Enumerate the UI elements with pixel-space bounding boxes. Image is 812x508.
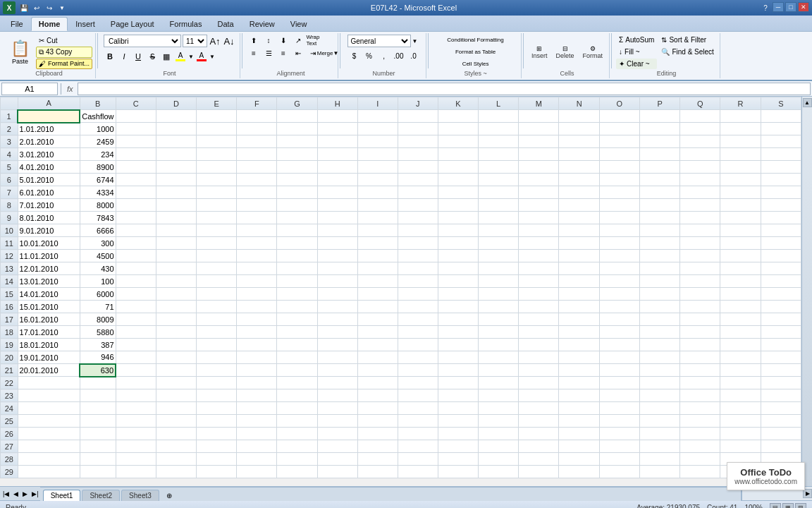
cell-18-17[interactable] (720, 326, 761, 339)
cell-23-14[interactable] (599, 389, 639, 402)
col-header-a[interactable]: A (18, 97, 80, 110)
row-header[interactable]: 24 (1, 402, 18, 415)
cell-5-8[interactable] (357, 161, 398, 174)
cell-4-a[interactable]: 3.01.2010 (18, 148, 80, 161)
cell-21-10[interactable] (438, 364, 478, 377)
cell-25-14[interactable] (599, 415, 639, 428)
cell-5-5[interactable] (237, 161, 277, 174)
cell-15-b[interactable]: 6000 (80, 288, 116, 301)
cell-9-9[interactable] (398, 212, 438, 224)
cell-1-14[interactable] (599, 110, 639, 123)
cell-14-2[interactable] (116, 275, 156, 288)
cell-16-5[interactable] (237, 301, 277, 313)
cell-21-12[interactable] (519, 364, 559, 377)
cell-20-8[interactable] (357, 351, 398, 364)
cell-14-8[interactable] (357, 275, 398, 288)
fill-color-dropdown[interactable]: ▼ (188, 54, 194, 60)
cell-27-14[interactable] (599, 440, 639, 453)
cell-8-4[interactable] (197, 199, 237, 212)
cell-9-a[interactable]: 8.01.2010 (18, 212, 80, 224)
cell-19-6[interactable] (277, 339, 317, 351)
cell-22-1[interactable] (80, 377, 116, 389)
cell-15-18[interactable] (761, 288, 801, 301)
cell-4-2[interactable] (116, 148, 156, 161)
cell-8-17[interactable] (720, 199, 761, 212)
cell-27-7[interactable] (317, 440, 357, 453)
cell-12-15[interactable] (639, 250, 679, 262)
cell-2-10[interactable] (438, 123, 478, 135)
cell-15-17[interactable] (720, 288, 761, 301)
font-color-button[interactable]: A (195, 50, 208, 63)
row-header[interactable]: 26 (1, 428, 18, 440)
col-header-l[interactable]: L (479, 97, 519, 110)
cell-15-12[interactable] (519, 288, 559, 301)
cell-27-18[interactable] (761, 440, 801, 453)
cell-17-13[interactable] (559, 313, 599, 326)
cell-26-10[interactable] (438, 428, 478, 440)
cell-2-11[interactable] (479, 123, 519, 135)
cell-6-5[interactable] (237, 174, 277, 186)
cell-10-18[interactable] (761, 224, 801, 237)
cell-2-17[interactable] (720, 123, 761, 135)
cell-3-2[interactable] (116, 135, 156, 148)
save-button[interactable]: 💾 (18, 2, 30, 13)
cell-11-8[interactable] (357, 237, 398, 250)
cell-10-9[interactable] (398, 224, 438, 237)
cell-18-5[interactable] (237, 326, 277, 339)
cell-20-a[interactable]: 19.01.2010 (18, 351, 80, 364)
cell-28-8[interactable] (357, 453, 398, 466)
cell-27-2[interactable] (116, 440, 156, 453)
cell-1-5[interactable] (237, 110, 277, 123)
cell-10-6[interactable] (277, 224, 317, 237)
row-header[interactable]: 2 (1, 123, 18, 135)
cell-15-4[interactable] (197, 288, 237, 301)
col-header-j[interactable]: J (398, 97, 438, 110)
cell-17-12[interactable] (519, 313, 559, 326)
cell-27-10[interactable] (438, 440, 478, 453)
cell-5-15[interactable] (639, 161, 679, 174)
cell-25-7[interactable] (317, 415, 357, 428)
cell-3-4[interactable] (197, 135, 237, 148)
cell-24-11[interactable] (479, 402, 519, 415)
cell-18-7[interactable] (317, 326, 357, 339)
cell-14-5[interactable] (237, 275, 277, 288)
cell-22-13[interactable] (559, 377, 599, 389)
cell-8-14[interactable] (599, 199, 639, 212)
cell-10-10[interactable] (438, 224, 478, 237)
cell-12-10[interactable] (438, 250, 478, 262)
cell-27-4[interactable] (197, 440, 237, 453)
cell-15-14[interactable] (599, 288, 639, 301)
cell-26-8[interactable] (357, 428, 398, 440)
sheet-first-button[interactable]: |◀ (1, 490, 11, 497)
cell-12-8[interactable] (357, 250, 398, 262)
cell-8-18[interactable] (761, 199, 801, 212)
cell-20-5[interactable] (237, 351, 277, 364)
cell-15-16[interactable] (680, 288, 720, 301)
cell-21-3[interactable] (156, 364, 196, 377)
cell-24-4[interactable] (197, 402, 237, 415)
cell-12-b[interactable]: 4500 (80, 250, 116, 262)
cell-16-6[interactable] (277, 301, 317, 313)
cell-8-15[interactable] (639, 199, 679, 212)
cell-22-0[interactable] (18, 377, 80, 389)
row-header[interactable]: 29 (1, 466, 18, 478)
cell-16-4[interactable] (197, 301, 237, 313)
cell-12-3[interactable] (156, 250, 196, 262)
cell-24-5[interactable] (237, 402, 277, 415)
cell-29-0[interactable] (18, 466, 80, 478)
scroll-up-button[interactable]: ▲ (803, 98, 812, 107)
cell-4-13[interactable] (559, 148, 599, 161)
cell-10-8[interactable] (357, 224, 398, 237)
cell-7-18[interactable] (761, 186, 801, 199)
number-format-dropdown[interactable]: ▼ (412, 38, 418, 44)
cell-1-8[interactable] (357, 110, 398, 123)
cell-7-3[interactable] (156, 186, 196, 199)
cell-2-13[interactable] (559, 123, 599, 135)
cell-1-9[interactable] (398, 110, 438, 123)
cell-25-11[interactable] (479, 415, 519, 428)
cell-17-6[interactable] (277, 313, 317, 326)
cell-19-16[interactable] (680, 339, 720, 351)
cell-11-14[interactable] (599, 237, 639, 250)
cell-15-7[interactable] (317, 288, 357, 301)
page-layout-view-button[interactable]: ▦ (782, 503, 794, 509)
